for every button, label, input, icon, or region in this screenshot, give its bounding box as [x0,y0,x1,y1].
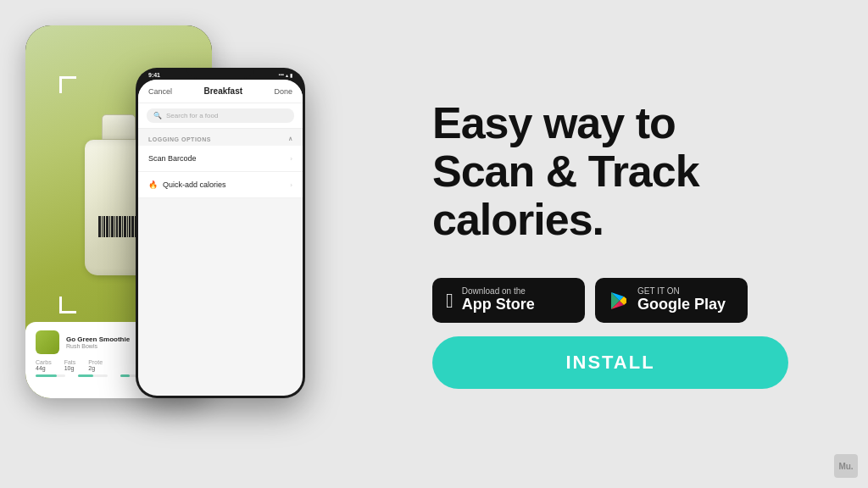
status-icons: ▪▪▪ ▴ ▮ [279,72,292,78]
macro-fats: Fats 10g [64,359,76,371]
food-icon [36,330,59,354]
status-time: 9:41 [148,72,160,78]
bottle-cap [102,114,136,140]
watermark: Mu. [834,454,858,478]
section-label: LOGGING OPTIONS ∧ [138,129,303,146]
barcode-lines [98,216,139,237]
cancel-label: Cancel [148,87,172,96]
search-section: 🔍 Search for a food [138,103,303,129]
google-play-sub: GET IT ON [637,286,726,296]
store-buttons:  Download on the App Store [432,278,826,323]
quick-add-left: 🔥 Quick-add calories [148,180,226,189]
fats-bar [78,374,93,377]
search-bar[interactable]: 🔍 Search for a food [147,108,294,123]
signal-icon: ▪▪▪ [279,72,284,77]
status-bar: 9:41 ▪▪▪ ▴ ▮ [148,69,292,80]
app-header: Cancel Breakfast Done [138,80,303,103]
protein-bar [120,374,130,377]
phones-section: Go Green Smoothie Rush Bowls 25 Carbs 44… [0,0,390,488]
app-store-button[interactable]:  Download on the App Store [432,278,585,323]
carbs-bar [36,374,57,377]
search-placeholder-text: Search for a food [166,112,218,119]
headline: Easy way to Scan & Track calories. [432,99,826,245]
fire-icon: 🔥 [148,180,158,189]
scan-barcode-left: Scan Barcode [148,154,197,163]
app-store-sub: Download on the [462,286,535,296]
chevron-right-icon: › [290,155,292,163]
quick-add-label: Quick-add calories [163,180,226,189]
phone-screen: Cancel Breakfast Done 🔍 Search for a foo… [138,80,303,396]
meal-title: Breakfast [203,86,242,96]
scan-barcode-label: Scan Barcode [148,154,197,163]
chevron-right-icon-2: › [290,181,292,189]
done-label: Done [274,87,292,96]
scan-corner-bl [59,297,76,313]
macro-protein: Prote 2g [88,359,103,371]
macro-carbs: Carbs 44g [36,359,52,371]
apple-icon:  [446,289,453,313]
scan-barcode-item[interactable]: Scan Barcode › [138,146,303,172]
app-store-name: App Store [462,296,535,314]
carbs-bar-wrap [36,374,65,377]
scan-corner-tl [59,76,76,93]
search-icon: 🔍 [153,112,162,119]
phone-front: 9:41 ▪▪▪ ▴ ▮ Cancel Breakfast Done 🔍 Sea… [136,68,305,398]
google-play-icon [609,291,629,311]
right-section: Easy way to Scan & Track calories.  Dow… [390,65,868,423]
battery-icon: ▮ [290,72,292,78]
google-play-text: GET IT ON Google Play [637,286,726,314]
quick-add-item[interactable]: 🔥 Quick-add calories › [138,172,303,198]
google-play-button[interactable]: GET IT ON Google Play [595,278,748,323]
google-play-name: Google Play [637,296,726,314]
app-store-text: Download on the App Store [462,286,535,314]
install-button[interactable]: INSTALL [432,336,788,389]
fats-bar-wrap [78,374,108,377]
wifi-icon: ▴ [286,72,288,78]
